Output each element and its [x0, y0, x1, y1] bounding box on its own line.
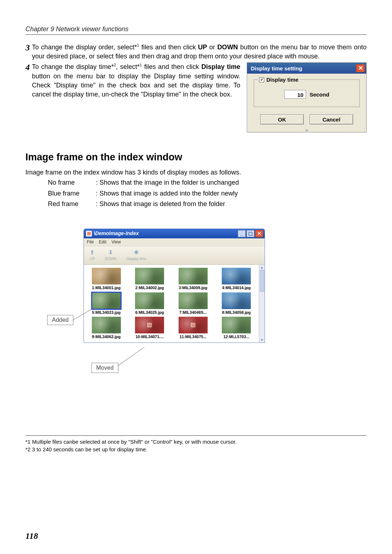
callout-line	[118, 347, 144, 366]
thumbnail-label: 2:MIL34002.jpg	[135, 285, 164, 291]
fieldset-legend: Display time	[266, 76, 298, 83]
thumbnail-deleted[interactable]	[135, 317, 164, 333]
section-title: Image frame on the index window	[25, 151, 367, 164]
maximize-button[interactable]: ▢	[246, 230, 254, 237]
toolbar-down-button[interactable]: ⬇DOWN	[105, 249, 117, 262]
menu-file[interactable]: File	[87, 239, 94, 245]
text: files and then click	[142, 63, 201, 70]
thumbnail[interactable]	[222, 268, 251, 284]
text: To change the display order, select*	[32, 44, 137, 51]
close-button[interactable]: ✕	[356, 64, 365, 72]
minimize-button[interactable]: _	[238, 230, 246, 237]
thumbnail-label: 5:MIL34023.jpg	[92, 310, 121, 315]
frame-mode-desc: : Shows that the image in the folder is …	[96, 178, 239, 188]
callout-moved: Moved	[91, 363, 118, 373]
frame-mode-desc: : Shows that image is added into the fol…	[96, 189, 239, 198]
callout-added: Added	[47, 315, 73, 325]
step-3: 3 To change the display order, select*1 …	[25, 43, 367, 61]
display-time-input[interactable]: 10	[284, 90, 306, 99]
thumbnail-label: 9:MIL34062.jpg	[92, 334, 121, 340]
scroll-thumb[interactable]	[260, 270, 264, 292]
dialog-title: Display time setting	[251, 65, 302, 72]
dialog-titlebar: Display time setting ✕	[247, 63, 366, 74]
menu-view[interactable]: View	[111, 239, 121, 245]
ok-button[interactable]: OK	[260, 114, 304, 124]
down-arrow-icon: ⬇	[108, 249, 113, 257]
display-time-checkbox[interactable]: ✓	[259, 77, 264, 82]
menubar: File Edit View	[84, 238, 265, 246]
app-icon	[86, 231, 92, 237]
close-icon: ✕	[358, 64, 363, 72]
vertical-scrollbar[interactable]: ▴ ▾	[259, 265, 265, 342]
bold-down: DOWN	[217, 44, 238, 51]
thumbnail-deleted[interactable]	[179, 317, 208, 333]
step-4: 4 To change the display time*2, select*1…	[25, 62, 240, 99]
frame-mode-table: No frame: Shows that the image in the fo…	[47, 177, 240, 210]
toolbar-label: UP	[90, 257, 95, 262]
thumbnail[interactable]	[179, 268, 208, 284]
toolbar-label: DOWN	[105, 257, 117, 262]
thumbnail[interactable]	[92, 268, 121, 284]
pointer-nib	[305, 130, 309, 132]
thumbnail-label: 11:MIL34075...	[179, 334, 207, 340]
frame-mode-label: Blue frame	[48, 189, 95, 198]
minimize-icon: _	[240, 230, 243, 237]
text: files and then click	[139, 44, 198, 51]
window-titlebar: \DemoImage-Index _ ▢ ✕	[84, 229, 265, 238]
text: To change the display time*	[32, 63, 114, 70]
scroll-down-arrow-icon[interactable]: ▾	[260, 337, 265, 342]
frame-mode-label: Red frame	[48, 199, 95, 209]
thumbnail-label: 12:MI,L5703...	[223, 334, 249, 340]
demo-index-window: \DemoImage-Index _ ▢ ✕ File Edit View ⬆U…	[83, 229, 265, 343]
scroll-up-arrow-icon[interactable]: ▴	[260, 265, 265, 270]
section-intro: Image frame on the index window has 3 ki…	[25, 168, 367, 177]
chapter-header: Chapter 9 Network viewer functions	[25, 25, 367, 35]
display-time-fieldset: ✓ Display time 10 Second	[254, 79, 360, 107]
thumbnail-label: 6:MIL34025.jpg	[135, 310, 164, 315]
thumbnail[interactable]	[92, 317, 121, 333]
text: button on the menu bar to display the Di…	[32, 73, 240, 98]
broken-image-icon	[191, 323, 195, 327]
up-arrow-icon: ⬆	[90, 249, 94, 257]
thumbnail-grid: 1:MIL34001.jpg 2:MIL34002.jpg 3:MIL34009…	[84, 265, 259, 342]
unit-label: Second	[310, 91, 329, 98]
toolbar: ⬆UP ⬇DOWN ✺Display time	[84, 246, 265, 265]
close-icon: ✕	[257, 230, 261, 237]
thumbnail-label: 7:MIL34048S...	[179, 310, 207, 315]
footnote-1: *1 Multiple files canbe selected at once…	[25, 438, 367, 446]
menu-edit[interactable]: Edit	[99, 239, 106, 245]
thumbnail[interactable]	[135, 268, 164, 284]
thumbnail[interactable]	[222, 317, 251, 333]
thumbnail[interactable]	[222, 292, 251, 309]
maximize-icon: ▢	[248, 230, 253, 237]
window-title: \DemoImage-Index	[94, 230, 139, 237]
thumbnail-added[interactable]	[92, 292, 121, 309]
text: or	[207, 44, 217, 51]
thumbnail[interactable]	[135, 292, 164, 309]
thumbnail-label: 8:MIL34058.jpg	[222, 310, 251, 315]
clock-icon: ✺	[134, 249, 139, 257]
scroll-track[interactable]	[260, 270, 265, 337]
footnotes-rule	[25, 435, 367, 436]
broken-image-icon	[147, 323, 152, 327]
close-button[interactable]: ✕	[255, 230, 263, 237]
toolbar-up-button[interactable]: ⬆UP	[90, 249, 95, 262]
text: , select*	[116, 63, 140, 70]
display-time-dialog: Display time setting ✕ ✓ Display time 10…	[247, 62, 367, 132]
thumbnail-label: 3:MIL34009.jpg	[179, 285, 207, 291]
step-text: To change the display time*2, select*1 f…	[32, 62, 240, 99]
thumbnail-label: 10:MIL34071....	[135, 334, 164, 340]
footnotes: *1 Multiple files canbe selected at once…	[25, 438, 367, 453]
footnote-2: *2 3 to 240 seconds can be set up for di…	[25, 446, 367, 453]
thumbnail-label: 1:MIL34001.jpg	[92, 285, 121, 291]
bold-display-time: Display time	[201, 63, 240, 70]
bold-up: UP	[198, 44, 207, 51]
toolbar-display-time-button[interactable]: ✺Display time	[127, 249, 146, 262]
cancel-button[interactable]: Cancel	[310, 114, 353, 124]
page-number: 118	[25, 531, 38, 541]
frame-mode-label: No frame	[48, 178, 95, 188]
thumbnail[interactable]	[179, 292, 208, 309]
step-text: To change the display order, select*1 fi…	[32, 43, 367, 61]
thumbnail-label: 4:MIL34014.jpg	[222, 285, 251, 291]
step-number: 4	[25, 62, 32, 99]
